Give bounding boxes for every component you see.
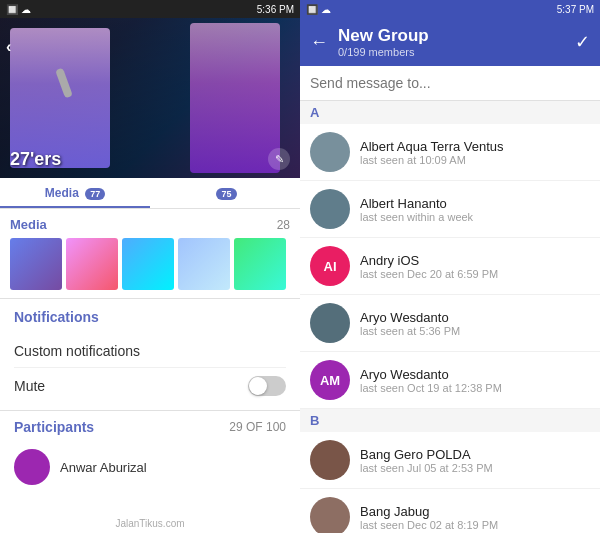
contact-info: Bang Gero POLDAlast seen Jul 05 at 2:53 … bbox=[360, 447, 590, 474]
back-icon-right[interactable]: ← bbox=[310, 32, 328, 53]
media-thumb-5[interactable] bbox=[234, 238, 286, 290]
contact-status: last seen at 5:36 PM bbox=[360, 325, 590, 337]
back-icon-left[interactable]: ‹ bbox=[6, 38, 11, 56]
contact-info: Albert Aqua Terra Ventuslast seen at 10:… bbox=[360, 139, 590, 166]
media-thumb-4[interactable] bbox=[178, 238, 230, 290]
left-panel: 🔲 ☁ 5:36 PM ‹ 27'ers ✎ Media 77 75 Media… bbox=[0, 0, 300, 533]
notifications-section: Notifications Custom notifications Mute bbox=[0, 299, 300, 411]
edit-icon[interactable]: ✎ bbox=[268, 148, 290, 170]
contact-avatar bbox=[310, 303, 350, 343]
contact-avatar: AI bbox=[310, 246, 350, 286]
status-bar-right: 🔲 ☁ 5:37 PM bbox=[300, 0, 600, 18]
tab-media-badge: 77 bbox=[85, 188, 105, 200]
status-right-time: 5:37 PM bbox=[557, 4, 594, 15]
contact-item[interactable]: Aryo Wesdantolast seen at 5:36 PM bbox=[300, 295, 600, 352]
notifications-label: Notifications bbox=[14, 309, 286, 325]
search-input[interactable] bbox=[310, 75, 590, 91]
contact-name: Aryo Wesdanto bbox=[360, 367, 590, 382]
participants-label: Participants bbox=[14, 419, 94, 435]
contact-item[interactable]: Albert Aqua Terra Ventuslast seen at 10:… bbox=[300, 124, 600, 181]
contact-info: Andry iOSlast seen Dec 20 at 6:59 PM bbox=[360, 253, 590, 280]
contact-name: Bang Gero POLDA bbox=[360, 447, 590, 462]
contact-info: Aryo Wesdantolast seen at 5:36 PM bbox=[360, 310, 590, 337]
tabs-row: Media 77 75 bbox=[0, 178, 300, 209]
contact-info: Albert Hanantolast seen within a week bbox=[360, 196, 590, 223]
contact-status: last seen Dec 20 at 6:59 PM bbox=[360, 268, 590, 280]
participant-item[interactable]: Anwar Aburizal bbox=[0, 443, 300, 491]
media-thumb-2[interactable] bbox=[66, 238, 118, 290]
contact-item[interactable]: AMAryo Wesdantolast seen Oct 19 at 12:38… bbox=[300, 352, 600, 409]
contact-name: Aryo Wesdanto bbox=[360, 310, 590, 325]
confirm-icon[interactable]: ✓ bbox=[575, 31, 590, 53]
contact-list: AAlbert Aqua Terra Ventuslast seen at 10… bbox=[300, 101, 600, 533]
contact-status: last seen Dec 02 at 8:19 PM bbox=[360, 519, 590, 531]
search-bar bbox=[300, 66, 600, 101]
watermark: JalanTikus.com bbox=[115, 518, 184, 529]
contact-status: last seen Jul 05 at 2:53 PM bbox=[360, 462, 590, 474]
mute-toggle[interactable] bbox=[248, 376, 286, 396]
status-left-time: 5:36 PM bbox=[257, 4, 294, 15]
contact-status: last seen within a week bbox=[360, 211, 590, 223]
contact-avatar bbox=[310, 132, 350, 172]
right-panel: 🔲 ☁ 5:37 PM ← New Group 0/199 members ✓ … bbox=[300, 0, 600, 533]
tab-media[interactable]: Media 77 bbox=[0, 178, 150, 208]
contact-name: Albert Hananto bbox=[360, 196, 590, 211]
contact-item[interactable]: Bang Jabuglast seen Dec 02 at 8:19 PM bbox=[300, 489, 600, 533]
tab-other-badge: 75 bbox=[216, 188, 236, 200]
tab-other[interactable]: 75 bbox=[150, 178, 300, 208]
toggle-knob bbox=[249, 377, 267, 395]
contact-status: last seen Oct 19 at 12:38 PM bbox=[360, 382, 590, 394]
mute-row: Mute bbox=[14, 368, 286, 404]
contact-avatar: AM bbox=[310, 360, 350, 400]
contact-name: Andry iOS bbox=[360, 253, 590, 268]
section-letter-A: A bbox=[300, 101, 600, 124]
contact-item[interactable]: Bang Gero POLDAlast seen Jul 05 at 2:53 … bbox=[300, 432, 600, 489]
contact-name: Bang Jabug bbox=[360, 504, 590, 519]
contact-avatar bbox=[310, 497, 350, 533]
media-label: Media bbox=[10, 217, 47, 232]
contact-name: Albert Aqua Terra Ventus bbox=[360, 139, 590, 154]
tab-media-label: Media bbox=[45, 186, 79, 200]
status-left-icons: 🔲 ☁ bbox=[6, 4, 31, 15]
media-section: Media 28 bbox=[0, 209, 300, 299]
contact-avatar bbox=[310, 189, 350, 229]
member-count: 0/199 members bbox=[338, 46, 565, 58]
media-count: 28 bbox=[277, 218, 290, 232]
contact-status: last seen at 10:09 AM bbox=[360, 154, 590, 166]
header-title-block: New Group 0/199 members bbox=[338, 26, 565, 58]
contact-item[interactable]: Albert Hanantolast seen within a week bbox=[300, 181, 600, 238]
status-bar-left: 🔲 ☁ 5:36 PM bbox=[0, 0, 300, 18]
status-right-icons: 🔲 ☁ bbox=[306, 4, 331, 15]
participant-name: Anwar Aburizal bbox=[60, 460, 147, 475]
group-title: New Group bbox=[338, 26, 565, 46]
participant-avatar bbox=[14, 449, 50, 485]
section-letter-B: B bbox=[300, 409, 600, 432]
mute-label: Mute bbox=[14, 378, 45, 394]
hero-figure-left bbox=[10, 28, 110, 168]
custom-notifications-row[interactable]: Custom notifications bbox=[14, 335, 286, 368]
media-header: Media 28 bbox=[10, 217, 290, 232]
hero-image: ‹ 27'ers ✎ bbox=[0, 18, 300, 178]
media-thumb-3[interactable] bbox=[122, 238, 174, 290]
header-right: ← New Group 0/199 members ✓ bbox=[300, 18, 600, 66]
media-thumb-1[interactable] bbox=[10, 238, 62, 290]
contact-item[interactable]: AIAndry iOSlast seen Dec 20 at 6:59 PM bbox=[300, 238, 600, 295]
contact-info: Aryo Wesdantolast seen Oct 19 at 12:38 P… bbox=[360, 367, 590, 394]
participants-section: Participants 29 OF 100 bbox=[0, 411, 300, 443]
media-thumbs bbox=[10, 238, 290, 290]
contact-avatar bbox=[310, 440, 350, 480]
hero-figure-right bbox=[190, 23, 280, 173]
contact-info: Bang Jabuglast seen Dec 02 at 8:19 PM bbox=[360, 504, 590, 531]
hero-title: 27'ers bbox=[10, 149, 61, 170]
participants-count: 29 OF 100 bbox=[229, 420, 286, 434]
